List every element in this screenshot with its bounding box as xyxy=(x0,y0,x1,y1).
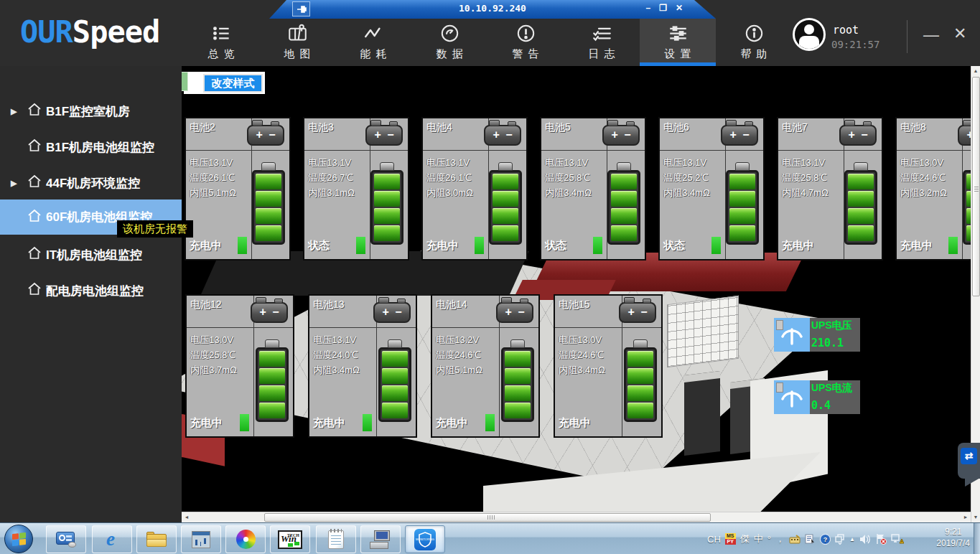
nav-map[interactable]: 地图 xyxy=(259,19,335,66)
show-desktop-button[interactable] xyxy=(974,523,980,554)
teamviewer-panel-handle[interactable]: ⇄ xyxy=(958,443,980,479)
nav-overview[interactable]: 总览 xyxy=(183,19,259,66)
taskbar-monitoring-app-button[interactable]: MONITORING xyxy=(405,525,445,553)
sidebar-item-b1f-monitor-room[interactable]: ▶ B1F监控室机房 xyxy=(0,100,182,122)
sidebar-item-44f-environment[interactable]: ▶ 44F机房环境监控 xyxy=(0,172,182,194)
battery-level-icon xyxy=(489,170,522,245)
ups-voltage-widget[interactable]: UPS电压 210.1 xyxy=(774,318,860,352)
battery-resistance: 内阻3.4mΩ xyxy=(663,185,710,200)
battery-card[interactable]: 电池4 + − 电压13.1V 温度26.1℃ 内阻3.0mΩ 充电中 xyxy=(421,117,528,260)
app-close-button[interactable]: ✕ xyxy=(953,24,966,43)
user-time: 09:21:57 xyxy=(831,39,879,50)
ime-pen-menu-icon[interactable] xyxy=(805,534,816,544)
battery-terminal-icon: + − xyxy=(365,125,403,146)
user-avatar[interactable] xyxy=(793,18,826,51)
taskbar-internet-explorer-button[interactable]: e xyxy=(92,525,132,553)
expand-arrow-icon[interactable]: ▶ xyxy=(11,107,17,116)
battery-card[interactable]: 电池5 + − 电压13.1V 温度25.8℃ 内阻3.4mΩ 状态 xyxy=(540,117,646,260)
header-divider xyxy=(907,20,907,53)
ups-current-widget[interactable]: UPS电流 0.4 xyxy=(774,380,860,414)
taskbar-wintech-button[interactable]: WinTECH xyxy=(270,525,310,553)
start-button[interactable] xyxy=(4,525,33,553)
nav-alerts[interactable]: 警告 xyxy=(487,19,564,66)
nav-data[interactable]: 数据 xyxy=(411,19,487,66)
scroll-right-button[interactable]: ► xyxy=(961,512,971,522)
sidebar-item-it-battery[interactable]: IT机房电池组监控 xyxy=(0,244,182,266)
nav-help[interactable]: 帮助 xyxy=(716,19,792,66)
sidebar-item-b1f-battery[interactable]: B1F机房电池组监控 xyxy=(0,136,182,158)
battery-card[interactable]: 电池15 + − 电压13.0V 温度24.6℃ 内阻3.4mΩ 充电中 xyxy=(554,294,663,438)
sidebar-item-power-room-battery[interactable]: 配电房电池组监控 xyxy=(0,280,182,301)
battery-voltage: 电压13.0V xyxy=(900,155,947,170)
battery-level-icon xyxy=(256,347,289,422)
nav-logs[interactable]: 日志 xyxy=(564,19,640,66)
restore-windows-icon[interactable] xyxy=(835,534,845,545)
battery-status: 充电中 xyxy=(900,239,933,253)
ime-toolbox-icon[interactable] xyxy=(789,535,801,544)
ime-badge[interactable]: 傑 xyxy=(740,532,750,545)
battery-card[interactable]: 电池2 + − 电压13.1V 温度26.1℃ 内阻5.1mΩ 充电中 xyxy=(185,117,291,260)
internet-explorer-icon: e xyxy=(101,530,123,550)
scroll-down-button[interactable]: ▼ xyxy=(971,512,980,522)
sidebar-item-label: 44F机房环境监控 xyxy=(46,175,140,192)
language-indicator[interactable]: CH xyxy=(707,534,721,545)
battery-card[interactable]: 电池14 + − 电压13.2V 温度24.6℃ 内阻5.1mΩ 充电中 xyxy=(431,294,540,438)
status-indicator xyxy=(593,237,602,254)
main-nav: 总览 地图 能耗 数据 警告 日志 xyxy=(183,19,792,66)
ime-mode-indicator[interactable]: 中 xyxy=(754,532,763,545)
remote-minimize-button[interactable]: – xyxy=(645,3,650,13)
battery-level-icon xyxy=(607,170,640,245)
battery-card[interactable]: 电池3 + − 电压13.1V 温度26.7℃ 内阻3.1mΩ 状态 xyxy=(303,117,409,260)
ime-fullwidth-toggle[interactable]: ° xyxy=(767,534,771,545)
battery-name: 电池12 xyxy=(190,299,222,311)
taskbar-notepad-button[interactable] xyxy=(316,525,356,553)
scroll-left-button[interactable]: ◄ xyxy=(182,512,192,522)
battery-card[interactable]: 电池7 + − 电压13.1V 温度25.8℃ 内阻4.7mΩ 充电中 xyxy=(777,117,883,260)
action-center-flag-icon[interactable] xyxy=(875,533,887,545)
battery-card[interactable]: 电池6 + − 电压13.1V 温度25.2℃ 内阻3.4mΩ 状态 xyxy=(658,117,765,260)
taskbar-media-viewer-button[interactable] xyxy=(225,525,266,553)
battery-voltage: 电压13.1V xyxy=(782,155,829,170)
main-content: 改变样式 电池2 + − 电压13.1V 温度26.1℃ 内阻5.1mΩ 充电中… xyxy=(182,66,971,512)
remote-close-button[interactable]: ✕ xyxy=(676,3,683,13)
ime-punctuation-toggle[interactable]: ， xyxy=(775,532,785,545)
app-minimize-button[interactable]: — xyxy=(923,26,939,44)
teamviewer-icon: ⇄ xyxy=(961,448,977,464)
wintech-logo-icon: WinTECH xyxy=(278,530,302,549)
volume-icon[interactable] xyxy=(859,534,871,545)
taskbar-file-explorer-button[interactable] xyxy=(136,525,177,553)
change-style-button[interactable]: 改变样式 xyxy=(203,74,263,93)
taskbar-display-window-button[interactable] xyxy=(181,525,221,553)
battery-name: 电池3 xyxy=(308,121,334,134)
expand-arrow-icon[interactable]: ▶ xyxy=(11,179,17,188)
battery-card[interactable]: 电池13 + − 电压13.1V 温度24.0℃ 内阻3.4mΩ 充电中 xyxy=(308,294,417,438)
battery-readings: 电压13.0V 温度25.8℃ 内阻3.7mΩ xyxy=(190,332,237,377)
battery-name: 电池13 xyxy=(313,299,345,311)
nav-settings[interactable]: 设置 xyxy=(640,19,716,66)
remote-restore-button[interactable]: ❐ xyxy=(659,3,667,13)
list-icon xyxy=(212,24,231,43)
battery-card[interactable]: 电池12 + − 电压13.0V 温度25.8℃ 内阻3.7mΩ 充电中 xyxy=(185,294,294,438)
partial-green-button[interactable] xyxy=(182,72,188,91)
ime-mspy-icon[interactable]: MSPY xyxy=(725,533,736,545)
battery-voltage: 电压13.1V xyxy=(313,332,360,347)
taskbar-clock[interactable]: 9:21 2019/7/4 xyxy=(936,526,970,549)
battery-level-icon xyxy=(252,170,285,245)
house-icon xyxy=(27,103,42,120)
network-status-icon[interactable] xyxy=(891,533,904,545)
horizontal-scroll-thumb[interactable] xyxy=(264,513,711,522)
scroll-up-button[interactable]: ▲ xyxy=(971,66,980,76)
battery-card[interactable]: 电池8 + − 电压13.0V 温度24.6℃ 内阻3.2mΩ 充电中 xyxy=(895,117,971,260)
taskbar-workstation-button[interactable] xyxy=(360,525,401,553)
battery-name: 电池4 xyxy=(426,121,452,134)
battery-readings: 电压13.1V 温度26.1℃ 内阻3.0mΩ xyxy=(426,155,473,200)
battery-terminal-icon: + − xyxy=(839,125,877,146)
help-tray-icon[interactable]: ? xyxy=(820,534,831,545)
show-hidden-icons-button[interactable]: ▲ xyxy=(849,536,855,543)
taskbar-control-panel-button[interactable] xyxy=(46,525,86,553)
horizontal-scrollbar[interactable]: ◄ ► xyxy=(182,512,971,522)
battery-readings: 电压13.0V 温度24.6℃ 内阻3.2mΩ xyxy=(900,155,947,200)
nav-energy[interactable]: 能耗 xyxy=(335,19,411,66)
house-icon xyxy=(27,246,42,263)
vertical-scroll-thumb[interactable] xyxy=(972,77,980,296)
